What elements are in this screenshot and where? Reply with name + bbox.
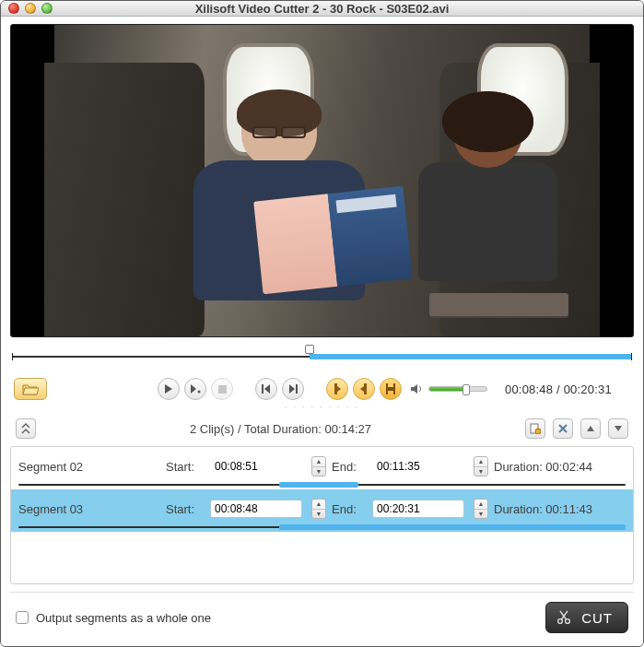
segment-list: Segment 02Start:▲▼End:▲▼Duration: 00:02:… bbox=[10, 446, 634, 584]
close-window-button[interactable] bbox=[8, 3, 19, 14]
duration-label: Duration: 00:02:44 bbox=[494, 460, 626, 474]
step-down-icon[interactable]: ▼ bbox=[474, 467, 487, 476]
step-up-icon[interactable]: ▲ bbox=[474, 500, 487, 510]
video-frame bbox=[54, 25, 590, 336]
step-up-icon[interactable]: ▲ bbox=[474, 457, 487, 467]
scissors-icon bbox=[556, 609, 572, 626]
play-icon bbox=[164, 384, 173, 394]
timeline-tick bbox=[631, 353, 632, 360]
timecode-display: 00:08:48 / 00:20:31 bbox=[505, 382, 612, 396]
prev-frame-button[interactable] bbox=[255, 378, 277, 400]
segment-name: Segment 02 bbox=[18, 460, 166, 474]
move-up-button[interactable] bbox=[580, 418, 601, 439]
video-preview[interactable] bbox=[10, 24, 634, 337]
svg-rect-4 bbox=[386, 383, 388, 394]
prev-frame-icon bbox=[262, 384, 271, 394]
start-time-input[interactable] bbox=[210, 500, 302, 518]
zoom-window-button[interactable] bbox=[41, 3, 53, 14]
start-stepper[interactable]: ▲▼ bbox=[311, 499, 326, 519]
start-label: Start: bbox=[166, 502, 210, 516]
output-whole-checkbox[interactable] bbox=[16, 611, 29, 624]
new-segment-button[interactable] bbox=[525, 418, 545, 439]
mark-out-icon bbox=[359, 383, 369, 394]
delete-segment-icon bbox=[557, 423, 568, 434]
cut-button-label: CUT bbox=[581, 610, 613, 626]
mark-out-button[interactable] bbox=[353, 378, 375, 400]
svg-rect-3 bbox=[296, 384, 298, 394]
svg-rect-6 bbox=[388, 387, 393, 391]
next-frame-icon bbox=[288, 384, 298, 394]
move-down-button[interactable] bbox=[608, 418, 628, 439]
end-stepper[interactable]: ▲▼ bbox=[474, 499, 488, 519]
content-area: 00:08:48 / 00:20:31 · · · · · · · · · 2 … bbox=[1, 17, 643, 646]
svg-point-9 bbox=[558, 619, 563, 624]
svg-point-10 bbox=[566, 619, 570, 624]
svg-rect-1 bbox=[218, 385, 227, 394]
play-range-icon bbox=[190, 384, 201, 394]
svg-rect-2 bbox=[262, 384, 263, 394]
next-frame-button[interactable] bbox=[282, 378, 304, 400]
new-segment-icon bbox=[530, 423, 541, 434]
timeline[interactable] bbox=[12, 345, 632, 369]
svg-point-8 bbox=[535, 429, 541, 434]
end-label: End: bbox=[332, 502, 372, 516]
step-up-icon[interactable]: ▲ bbox=[312, 457, 325, 467]
window-controls bbox=[8, 3, 53, 14]
summary-text: 2 Clip(s) / Total Duration: 00:14:27 bbox=[43, 422, 518, 436]
start-stepper[interactable]: ▲▼ bbox=[311, 456, 326, 476]
drag-handle-icon[interactable]: · · · · · · · · · bbox=[10, 402, 634, 411]
mark-segment-button[interactable] bbox=[380, 378, 402, 400]
duration-label: Duration: 00:11:43 bbox=[494, 502, 626, 516]
output-whole-label: Output segments as a whole one bbox=[36, 611, 538, 625]
end-time-input[interactable] bbox=[372, 457, 464, 476]
window-title: Xilisoft Video Cutter 2 - 30 Rock - S03E… bbox=[1, 2, 643, 16]
segment-row[interactable]: Segment 03Start:▲▼End:▲▼Duration: 00:11:… bbox=[11, 489, 633, 532]
step-down-icon[interactable]: ▼ bbox=[312, 510, 325, 519]
step-down-icon[interactable]: ▼ bbox=[474, 510, 487, 519]
collapse-segments-button[interactable] bbox=[16, 418, 36, 439]
cut-button[interactable]: CUT bbox=[545, 602, 628, 633]
play-button[interactable] bbox=[158, 378, 180, 400]
volume-thumb[interactable] bbox=[463, 384, 470, 395]
end-stepper[interactable]: ▲▼ bbox=[474, 456, 488, 476]
footer: Output segments as a whole one CUT bbox=[10, 592, 634, 639]
app-window: Xilisoft Video Cutter 2 - 30 Rock - S03E… bbox=[0, 0, 644, 647]
minimize-window-button[interactable] bbox=[25, 3, 36, 14]
svg-point-0 bbox=[198, 391, 201, 394]
mark-in-icon bbox=[333, 383, 342, 394]
speaker-icon bbox=[410, 383, 423, 394]
timeline-start-handle[interactable] bbox=[305, 345, 314, 354]
end-time-input[interactable] bbox=[372, 500, 464, 518]
segment-bar bbox=[18, 524, 626, 530]
timeline-selection bbox=[310, 354, 632, 359]
folder-open-icon bbox=[22, 382, 39, 395]
open-file-button[interactable] bbox=[14, 378, 47, 400]
timeline-tick bbox=[12, 353, 13, 360]
move-down-icon bbox=[614, 425, 623, 432]
collapse-icon bbox=[21, 423, 30, 434]
step-down-icon[interactable]: ▼ bbox=[312, 467, 325, 476]
volume-slider[interactable] bbox=[428, 386, 487, 392]
volume-fill bbox=[429, 387, 463, 391]
mark-segment-icon bbox=[385, 383, 396, 394]
svg-rect-5 bbox=[393, 383, 395, 394]
titlebar: Xilisoft Video Cutter 2 - 30 Rock - S03E… bbox=[1, 1, 643, 17]
play-range-button[interactable] bbox=[184, 378, 206, 400]
segment-bar bbox=[18, 482, 626, 488]
segment-row[interactable]: Segment 02Start:▲▼End:▲▼Duration: 00:02:… bbox=[11, 447, 633, 489]
delete-segment-button[interactable] bbox=[553, 418, 573, 439]
move-up-icon bbox=[586, 425, 595, 432]
transport-controls: 00:08:48 / 00:20:31 bbox=[10, 369, 634, 402]
total-time: 00:20:31 bbox=[564, 382, 612, 396]
start-label: Start: bbox=[166, 460, 210, 474]
segment-name: Segment 03 bbox=[18, 502, 166, 516]
step-up-icon[interactable]: ▲ bbox=[312, 500, 325, 510]
current-time: 00:08:48 bbox=[505, 382, 553, 396]
volume-control bbox=[410, 383, 487, 394]
summary-row: 2 Clip(s) / Total Duration: 00:14:27 bbox=[10, 411, 634, 446]
stop-icon bbox=[218, 385, 227, 394]
mark-in-button[interactable] bbox=[326, 378, 348, 400]
start-time-input[interactable] bbox=[210, 457, 302, 476]
stop-button[interactable] bbox=[211, 378, 233, 400]
end-label: End: bbox=[332, 460, 372, 474]
